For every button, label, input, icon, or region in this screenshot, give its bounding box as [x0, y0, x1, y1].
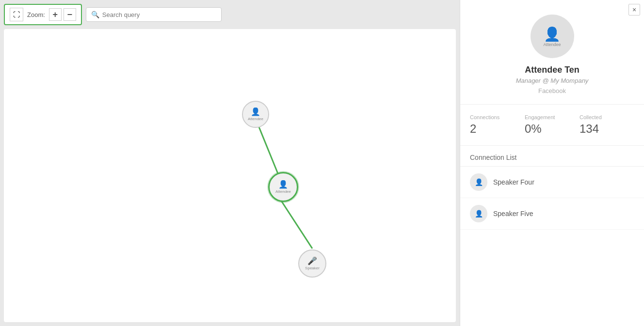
stat-collected: Collected 134: [580, 114, 634, 136]
graph-canvas[interactable]: 👤 Attendee 👤 Attendee 🎤 Speaker: [4, 29, 456, 322]
zoom-out-button[interactable]: −: [64, 8, 76, 21]
zoom-controls: ⛶ Zoom: + −: [4, 4, 82, 25]
stat-engagement: Engagement 0%: [525, 114, 580, 136]
avatar: 👤 Attendee: [531, 15, 574, 58]
connection-item-2[interactable]: 👤 Speaker Five: [460, 198, 644, 230]
connections-value: 2: [470, 122, 476, 136]
connection-name-2: Speaker Five: [493, 210, 533, 217]
connections-title: Connection List: [460, 146, 644, 167]
connection-avatar-1: 👤: [470, 173, 487, 191]
stat-connections: Connections 2: [470, 114, 525, 136]
node-2-icon: 👤: [278, 180, 288, 189]
fit-button[interactable]: ⛶: [10, 8, 23, 21]
engagement-label: Engagement: [525, 114, 555, 120]
left-panel: ⛶ Zoom: + − 🔍 👤 Attendee 👤 Attendee: [0, 0, 460, 326]
graph-node-2[interactable]: 👤 Attendee: [268, 172, 298, 202]
search-bar: 🔍: [86, 7, 222, 22]
graph-svg: [4, 29, 456, 322]
graph-node-1[interactable]: 👤 Attendee: [242, 101, 269, 128]
fit-icon: ⛶: [13, 11, 20, 18]
engagement-value: 0%: [525, 122, 542, 136]
connection-icon-2: 👤: [475, 210, 483, 217]
connection-item-1[interactable]: 👤 Speaker Four: [460, 167, 644, 198]
node-3-label: Speaker: [305, 266, 320, 271]
node-1-icon: 👤: [251, 107, 260, 116]
svg-line-1: [280, 199, 312, 248]
svg-line-0: [256, 119, 280, 178]
collected-value: 134: [580, 122, 599, 136]
node-1-label: Attendee: [248, 117, 263, 122]
profile-name: Attendee Ten: [525, 65, 580, 75]
right-panel: × 👤 Attendee Attendee Ten Manager @ My M…: [460, 0, 644, 326]
connection-name-1: Speaker Four: [493, 178, 534, 186]
profile-source: Facebook: [538, 87, 566, 94]
search-icon: 🔍: [91, 11, 99, 18]
close-button[interactable]: ×: [628, 4, 640, 16]
graph-node-3[interactable]: 🎤 Speaker: [298, 249, 326, 278]
profile-title: Manager @ My Mompany: [516, 77, 589, 84]
stats-section: Connections 2 Engagement 0% Collected 13…: [460, 105, 644, 146]
collected-label: Collected: [580, 114, 602, 120]
node-3-icon: 🎤: [307, 256, 317, 265]
profile-section: 👤 Attendee Attendee Ten Manager @ My Mom…: [460, 0, 644, 105]
connections-section: Connection List 👤 Speaker Four 👤 Speaker…: [460, 146, 644, 326]
search-input[interactable]: [102, 11, 199, 18]
connection-icon-1: 👤: [475, 178, 483, 186]
zoom-label: Zoom:: [27, 11, 45, 18]
connections-label: Connections: [470, 114, 499, 120]
toolbar: ⛶ Zoom: + − 🔍: [4, 4, 456, 25]
connection-avatar-2: 👤: [470, 205, 487, 222]
zoom-in-button[interactable]: +: [49, 8, 62, 21]
node-2-label: Attendee: [275, 190, 291, 194]
avatar-icon: 👤: [544, 26, 561, 42]
avatar-label: Attendee: [543, 42, 561, 47]
